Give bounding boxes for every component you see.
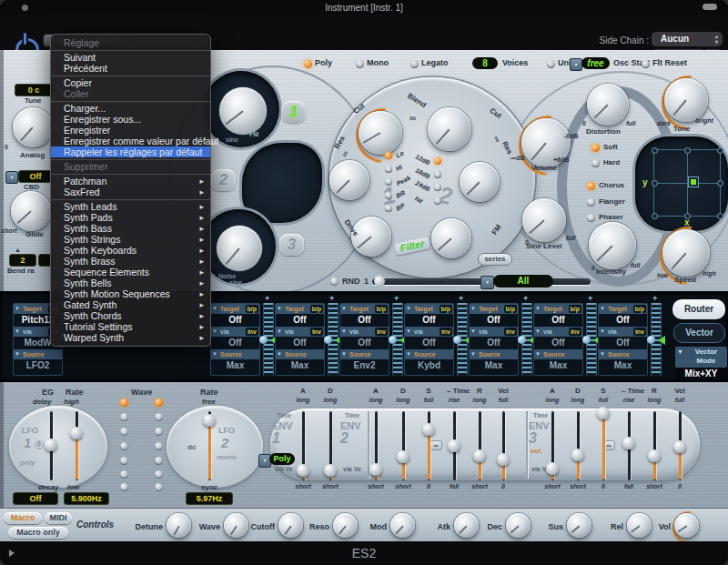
menu-item[interactable]: Tutorial Settings▸ — [51, 321, 210, 332]
env-slider-3-2[interactable] — [597, 411, 610, 480]
router-amount-slider[interactable]: + — [651, 303, 662, 376]
window-pill[interactable] — [703, 4, 717, 10]
menu-item[interactable]: Synth Bass▸ — [51, 223, 210, 234]
slider-thumb[interactable] — [45, 439, 57, 451]
osc-start-value[interactable]: free — [581, 57, 610, 69]
via-value[interactable]: Off — [599, 337, 647, 349]
menu-item[interactable]: Sequence Elements▸ — [51, 267, 210, 277]
lfo2-wave-led[interactable] — [155, 442, 163, 450]
filter2-slope-led-24db[interactable] — [434, 184, 441, 191]
target-value[interactable]: Off — [470, 314, 518, 327]
vector-mode-dropdown[interactable]: ▼Vector Mode — [675, 347, 727, 368]
filter1-mode-led-hi[interactable] — [385, 166, 392, 173]
slider-thumb[interactable] — [397, 450, 410, 463]
slider-handle[interactable] — [389, 336, 397, 344]
lfo2-wave-led[interactable] — [155, 399, 163, 407]
menu-item[interactable]: Synth Strings▸ — [51, 234, 210, 245]
voices-value[interactable]: 8 — [472, 57, 498, 69]
slider-thumb[interactable] — [203, 414, 216, 427]
menu-item[interactable]: Synth Chords▸ — [51, 310, 210, 321]
menu-item[interactable]: Enregistrer comme valeur par défaut — [51, 136, 210, 146]
slider-handle[interactable] — [453, 336, 461, 344]
slider-handle[interactable] — [259, 336, 268, 344]
bypass-badge[interactable]: b/p — [375, 305, 389, 313]
chevron-down-icon[interactable]: ▼ — [212, 328, 217, 335]
control-knob-mod[interactable] — [390, 513, 415, 538]
menu-item[interactable]: SaxFred▸ — [51, 187, 210, 197]
router-tab-button[interactable]: Router — [672, 299, 725, 319]
lfo2-wave-led[interactable] — [155, 457, 163, 465]
chevron-down-icon[interactable]: ▼ — [406, 351, 411, 358]
rnd-slider-thumb[interactable] — [374, 276, 385, 287]
menu-item[interactable]: Synth Bells▸ — [51, 277, 210, 288]
chevron-down-icon[interactable]: ▼ — [277, 351, 282, 358]
lfo2-wave-led[interactable] — [155, 413, 163, 421]
chevron-down-icon[interactable]: ▼ — [15, 306, 20, 312]
lfo1-wave-led[interactable] — [120, 413, 128, 421]
chevron-down-icon[interactable]: ▼ — [406, 328, 411, 335]
slider-handle[interactable] — [324, 336, 332, 344]
menu-item[interactable]: Synth Brass▸ — [51, 256, 210, 267]
keyboard-mode-led-mono[interactable] — [356, 60, 364, 68]
macro-only-button[interactable]: Macro only — [8, 527, 68, 539]
chevron-down-icon[interactable]: ▼ — [341, 306, 347, 312]
chevron-down-icon[interactable]: ▼ — [406, 306, 411, 312]
env-slider-2-0[interactable] — [369, 411, 382, 480]
slider-thumb[interactable] — [297, 464, 309, 477]
filter1-drive-knob[interactable] — [351, 217, 391, 257]
lfo1-eg-slider[interactable] — [45, 411, 57, 480]
filter1-mode-led-br[interactable] — [385, 192, 392, 199]
chevron-down-icon[interactable]: ▼ — [600, 306, 605, 312]
chevron-down-icon[interactable]: ▼ — [470, 351, 476, 358]
env1-mode-value[interactable]: Poly — [269, 453, 295, 465]
xy-pad[interactable] — [635, 136, 728, 231]
menu-item[interactable]: Synth Leads▸ — [51, 201, 210, 212]
tune-value[interactable]: 0 c — [15, 84, 53, 96]
macro-button[interactable]: Macro — [4, 512, 42, 524]
via-value[interactable]: Off — [276, 337, 324, 349]
chevron-down-icon[interactable]: ▼ — [470, 306, 476, 312]
slider-handle[interactable] — [582, 336, 591, 344]
env-slider-3-3[interactable] — [622, 411, 635, 480]
slider-thumb[interactable] — [422, 423, 435, 436]
filter1-mode-led-lo[interactable] — [385, 152, 392, 159]
cbd-value[interactable]: Off — [18, 170, 53, 183]
slider-thumb[interactable] — [497, 453, 510, 466]
via-value[interactable]: Off — [534, 337, 582, 349]
env-slider-2-2[interactable] — [422, 411, 435, 480]
lfo1-wave-led[interactable] — [120, 483, 128, 491]
distortion-mode-led-hard[interactable] — [592, 159, 600, 167]
env-slider-2-3[interactable] — [448, 411, 460, 480]
via-value[interactable]: Off — [405, 337, 453, 349]
lfo2-wave-led[interactable] — [155, 470, 163, 479]
via-value[interactable]: Off — [211, 337, 259, 349]
menu-item[interactable]: Synth Keyboards▸ — [51, 245, 210, 256]
filter2-fm-knob[interactable] — [431, 218, 471, 258]
env-slider-3-1[interactable] — [571, 411, 584, 480]
chevron-down-icon[interactable]: ▼ — [341, 351, 347, 358]
menu-item[interactable]: Suivant — [51, 52, 210, 63]
lfo1-wave-led[interactable] — [120, 428, 128, 436]
env-slider-1-0[interactable] — [297, 411, 309, 480]
slider-thumb[interactable] — [546, 462, 559, 475]
router-amount-slider[interactable]: + — [263, 303, 274, 376]
target-value[interactable]: Off — [340, 314, 389, 327]
lfo1-wave-led[interactable] — [120, 470, 128, 479]
osc-start-dropdown-icon[interactable]: ▾ — [570, 58, 582, 71]
router-amount-slider[interactable]: + — [392, 303, 403, 376]
source-value[interactable]: Max — [276, 359, 324, 372]
intensity-knob[interactable] — [589, 222, 636, 269]
source-value[interactable]: Env2 — [340, 359, 389, 372]
rnd-target-dropdown-icon[interactable]: ▾ — [480, 276, 494, 289]
bypass-badge[interactable]: b/p — [246, 305, 259, 313]
source-value[interactable]: Max — [534, 359, 582, 372]
source-value[interactable]: Kybd — [405, 359, 453, 372]
vector-mode-value[interactable]: Mix+XY — [675, 368, 727, 379]
invert-badge[interactable]: inv — [569, 328, 581, 336]
menu-item[interactable]: Enregistrer sous... — [51, 114, 210, 125]
menu-item[interactable]: Rappeler les réglages par défaut — [51, 146, 210, 157]
slider-thumb[interactable] — [369, 463, 382, 476]
slider-thumb[interactable] — [597, 407, 610, 419]
bypass-badge[interactable]: b/p — [440, 305, 453, 313]
chevron-down-icon[interactable]: ▼ — [212, 306, 217, 312]
